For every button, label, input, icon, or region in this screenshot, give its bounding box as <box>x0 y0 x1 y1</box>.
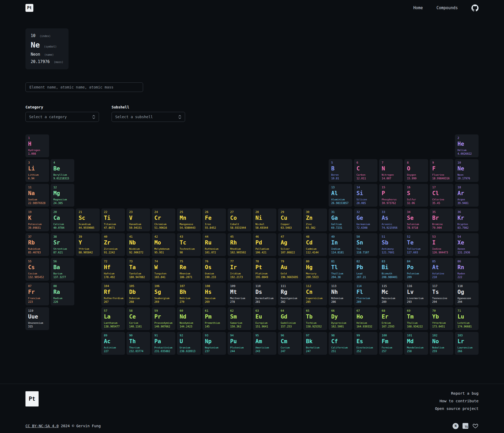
typescript-icon[interactable]: TS <box>463 423 468 429</box>
element-cell-Pb[interactable]: 82PbLead207.21 <box>354 258 377 281</box>
element-cell-Cr[interactable]: 24CrChromium51.99616 <box>152 208 175 231</box>
element-cell-Ds[interactable]: 110DsDarmstadtium281 <box>253 283 276 305</box>
element-cell-Sc[interactable]: 21ScScandium44.9559085 <box>76 208 99 231</box>
element-cell-Sr[interactable]: 38SrStrontium87.621 <box>51 233 74 256</box>
element-cell-I[interactable]: 53IIodine126.904473 <box>430 233 453 256</box>
element-cell-N[interactable]: 7NNitrogen14.007 <box>379 159 403 182</box>
element-cell-Cm[interactable]: 96CmCurium247 <box>278 332 302 355</box>
element-cell-K[interactable]: 19KPotassium39.09831 <box>25 208 49 231</box>
nav-link-home[interactable]: Home <box>413 6 423 10</box>
element-cell-Na[interactable]: 11NaSodium22.98976928 <box>25 184 49 207</box>
element-cell-Ge[interactable]: 32GeGermanium72.6308 <box>354 208 377 231</box>
element-cell-Sn[interactable]: 50SnTin118.7107 <box>354 233 377 256</box>
element-cell-Po[interactable]: 84PoPolonium209 <box>404 258 428 281</box>
subshell-select[interactable]: Select a subshell <box>112 112 185 122</box>
footer-logo[interactable]: Pt <box>25 391 39 406</box>
element-cell-Os[interactable]: 76OsOsmium190.233 <box>202 258 226 281</box>
element-cell-W[interactable]: 74WTungsten183.841 <box>152 258 175 281</box>
element-cell-Ta[interactable]: 73TaTantalum180.947882 <box>127 258 150 281</box>
element-cell-Np[interactable]: 93NpNeptunium237 <box>202 332 226 355</box>
element-cell-Ac[interactable]: 89AcActinium227 <box>101 332 125 355</box>
element-cell-No[interactable]: 102NoNobelium259 <box>430 332 453 355</box>
element-cell-Lr[interactable]: 103LrLawrencium266 <box>455 332 479 355</box>
element-cell-Te[interactable]: 52TeTellurium127.603 <box>404 233 428 256</box>
element-cell-Mn[interactable]: 25MnManganese54.9380443 <box>177 208 201 231</box>
element-cell-Md[interactable]: 101MdMendelevium258 <box>404 332 428 355</box>
element-cell-Yb[interactable]: 70YbYtterbium173.0451 <box>430 307 453 330</box>
element-cell-Rb[interactable]: 37RbRubidium85.46783 <box>25 233 49 256</box>
element-cell-V[interactable]: 23VVanadium50.94151 <box>127 208 150 231</box>
element-cell-Cn[interactable]: 112CnCopernicium285 <box>303 283 327 305</box>
element-cell-Be[interactable]: 4BeBeryllium9.01218315 <box>51 159 74 182</box>
element-cell-Sb[interactable]: 51SbAntimony121.7601 <box>379 233 403 256</box>
element-cell-Uue[interactable]: 119UueUnunennium315 <box>25 307 49 330</box>
element-cell-Th[interactable]: 90ThThorium232.03774 <box>127 332 150 355</box>
element-cell-Ar[interactable]: 18ArArgon39.9481 <box>455 184 479 207</box>
element-cell-Zn[interactable]: 30ZnZinc65.382 <box>303 208 327 231</box>
element-cell-Mc[interactable]: 115McMoscovium289 <box>379 283 403 305</box>
element-cell-Cd[interactable]: 48CdCadmium112.4144 <box>303 233 327 256</box>
element-cell-Fe[interactable]: 26FeIron55.8452 <box>202 208 226 231</box>
footer-link-contribute[interactable]: How to contribute <box>440 399 479 403</box>
element-cell-Cf[interactable]: 98CfCalifornium251 <box>329 332 352 355</box>
element-cell-Kr[interactable]: 36KrKrypton83.7982 <box>455 208 479 231</box>
element-cell-Rg[interactable]: 111RgRoentgenium282 <box>278 283 302 305</box>
heart-hands-icon[interactable] <box>472 423 479 429</box>
element-cell-Hg[interactable]: 80HgMercury200.5923 <box>303 258 327 281</box>
element-cell-Zr[interactable]: 40ZrZirconium91.2242 <box>101 233 125 256</box>
element-cell-Lu[interactable]: 71LuLutetium174.96681 <box>455 307 479 330</box>
element-cell-Ce[interactable]: 58CeCerium140.1161 <box>127 307 150 330</box>
element-cell-He[interactable]: 2HeHelium4.0026022 <box>455 134 479 157</box>
element-cell-At[interactable]: 85AtAstatine210 <box>430 258 453 281</box>
element-cell-La[interactable]: 57LaLanthanum138.905477 <box>101 307 125 330</box>
element-cell-Pd[interactable]: 46PdPalladium106.421 <box>253 233 276 256</box>
element-cell-As[interactable]: 33AsArsenic74.9215956 <box>379 208 403 231</box>
element-cell-In[interactable]: 49InIndium114.8181 <box>329 233 352 256</box>
element-cell-Pt[interactable]: 78PtPlatinum195.0849 <box>253 258 276 281</box>
element-cell-Sg[interactable]: 106SgSeaborgium269 <box>152 283 175 305</box>
element-cell-Mo[interactable]: 42MoMolybdenum95.951 <box>152 233 175 256</box>
element-cell-Ho[interactable]: 67HoHolmium164.930332 <box>354 307 377 330</box>
element-cell-Cu[interactable]: 29CuCopper63.5463 <box>278 208 302 231</box>
footer-link-report-bug[interactable]: Report a bug <box>451 391 479 395</box>
element-cell-Cl[interactable]: 17ClChlorine35.45 <box>430 184 453 207</box>
element-cell-Ts[interactable]: 117TsTennessine294 <box>430 283 453 305</box>
element-cell-Sm[interactable]: 62SmSamarium150.362 <box>228 307 251 330</box>
element-cell-Ba[interactable]: 56BaBarium137.3277 <box>51 258 74 281</box>
element-cell-Tb[interactable]: 65TbTerbium158.925352 <box>303 307 327 330</box>
element-cell-Ir[interactable]: 77IrIridium192.2173 <box>228 258 251 281</box>
element-cell-S[interactable]: 16SSulfur32.06 <box>404 184 428 207</box>
element-cell-Rn[interactable]: 86RnRadon222 <box>455 258 479 281</box>
element-cell-Si[interactable]: 14SiSilicon28.085 <box>354 184 377 207</box>
element-cell-Se[interactable]: 34SeSelenium78.9718 <box>404 208 428 231</box>
element-cell-Br[interactable]: 35BrBromine79.904 <box>430 208 453 231</box>
license-link[interactable]: CC BY-NC-SA 4.0 <box>25 424 59 428</box>
element-cell-Hf[interactable]: 72HfHafnium178.492 <box>101 258 125 281</box>
element-cell-Re[interactable]: 75ReRhenium186.2071 <box>177 258 201 281</box>
element-cell-Es[interactable]: 99EsEinsteinium252 <box>354 332 377 355</box>
element-cell-Lv[interactable]: 116LvLivermorium293 <box>404 283 428 305</box>
nav-link-compounds[interactable]: Compounds <box>437 6 458 10</box>
element-cell-Y[interactable]: 39YYttrium88.905842 <box>76 233 99 256</box>
element-cell-Tm[interactable]: 69TmThulium168.934222 <box>404 307 428 330</box>
element-cell-Gd[interactable]: 64GdGadolinium157.253 <box>278 307 302 330</box>
element-cell-Pu[interactable]: 94PuPlutonium244 <box>228 332 251 355</box>
element-cell-U[interactable]: 92UUranium238.028913 <box>177 332 201 355</box>
element-cell-Bk[interactable]: 97BkBerkelium247 <box>303 332 327 355</box>
element-cell-Og[interactable]: 118OgOganesson294 <box>455 283 479 305</box>
element-cell-Xe[interactable]: 54XeXenon131.2936 <box>455 233 479 256</box>
element-cell-Pr[interactable]: 59PrPraseodymium140.907662 <box>152 307 175 330</box>
element-cell-H[interactable]: 1HHydrogen1.008 <box>25 134 49 157</box>
element-cell-Tl[interactable]: 81TlThallium204.38 <box>329 258 352 281</box>
element-cell-Au[interactable]: 79AuGold196.9665695 <box>278 258 302 281</box>
element-cell-Nd[interactable]: 60NdNeodymium144.2423 <box>177 307 201 330</box>
element-cell-Ca[interactable]: 20CaCalcium40.0784 <box>51 208 74 231</box>
element-cell-Mg[interactable]: 12MgMagnesium24.305 <box>51 184 74 207</box>
element-cell-Db[interactable]: 105DbDubnium268 <box>127 283 150 305</box>
element-cell-Er[interactable]: 68ErErbium167.2593 <box>379 307 403 330</box>
github-icon[interactable] <box>471 4 479 12</box>
element-cell-Eu[interactable]: 63EuEuropium151.9641 <box>253 307 276 330</box>
element-cell-Ne[interactable]: 10NeNeon20.17976 <box>455 159 479 182</box>
element-cell-P[interactable]: 15PPhosphorus30.973762 <box>379 184 403 207</box>
element-cell-Fl[interactable]: 114FlFlerovium289 <box>354 283 377 305</box>
